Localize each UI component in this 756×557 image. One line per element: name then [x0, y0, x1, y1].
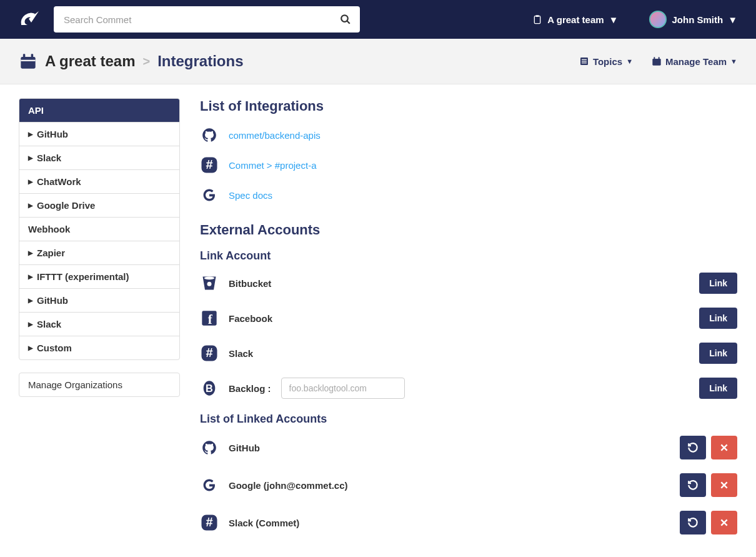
- sidebar-item-label: GitHub: [37, 295, 68, 306]
- breadcrumb-page: Integrations: [157, 53, 243, 70]
- integration-row: commet/backend-apis: [200, 126, 737, 144]
- search-icon[interactable]: [340, 14, 351, 25]
- chevron-down-icon: ▼: [609, 14, 619, 25]
- topics-link[interactable]: Topics ▼: [579, 56, 633, 67]
- sidebar: API▶GitHub▶Slack▶ChatWork▶Google DriveWe…: [19, 98, 180, 397]
- refresh-button[interactable]: [680, 473, 706, 497]
- link-account-row: fFacebookLink: [200, 308, 737, 329]
- subheader: A great team > Integrations Topics ▼ Man…: [0, 39, 756, 84]
- chevron-down-icon: ▼: [626, 58, 633, 65]
- sidebar-item-label: Slack: [37, 319, 61, 329]
- svg-text:#: #: [206, 515, 212, 529]
- triangle-right-icon: ▶: [28, 154, 33, 161]
- remove-button[interactable]: [711, 473, 737, 497]
- sidebar-item-webhook[interactable]: Webhook: [19, 218, 179, 241]
- backlog-icon: B: [200, 379, 219, 398]
- sidebar-item-label: ChatWork: [37, 176, 81, 187]
- link-button-backlog[interactable]: Link: [699, 378, 737, 399]
- linked-account-row: Google (john@commet.cc): [200, 473, 737, 497]
- manage-organizations-link[interactable]: Manage Organizations: [19, 373, 180, 397]
- sidebar-item-github[interactable]: ▶GitHub: [19, 123, 179, 146]
- svg-text:B: B: [206, 383, 213, 394]
- manage-team-label: Manage Team: [665, 56, 727, 67]
- svg-rect-10: [582, 61, 587, 61]
- remove-button[interactable]: [711, 511, 737, 534]
- triangle-right-icon: ▶: [28, 131, 33, 138]
- sidebar-item-label: API: [28, 105, 44, 116]
- sidebar-item-slack[interactable]: ▶Slack: [19, 313, 179, 336]
- svg-point-18: [204, 277, 214, 280]
- search-input[interactable]: [54, 6, 360, 33]
- github-icon: [200, 126, 219, 144]
- app-logo[interactable]: [19, 10, 41, 29]
- svg-point-0: [341, 15, 348, 22]
- refresh-button[interactable]: [680, 436, 706, 459]
- svg-line-1: [347, 21, 350, 24]
- linked-account-label: Google (john@commet.cc): [229, 480, 347, 491]
- sidebar-item-label: Google Drive: [37, 200, 95, 211]
- sidebar-item-slack[interactable]: ▶Slack: [19, 146, 179, 170]
- svg-text:f: f: [208, 312, 213, 327]
- sidebar-item-google-drive[interactable]: ▶Google Drive: [19, 194, 179, 218]
- triangle-right-icon: ▶: [28, 344, 33, 351]
- triangle-right-icon: ▶: [28, 178, 33, 185]
- integration-link[interactable]: Spec docs: [229, 190, 272, 201]
- sidebar-item-label: Webhook: [28, 224, 70, 234]
- svg-rect-3: [536, 15, 539, 17]
- sidebar-item-github[interactable]: ▶GitHub: [19, 289, 179, 313]
- triangle-right-icon: ▶: [28, 249, 33, 256]
- svg-rect-14: [659, 57, 660, 59]
- sidebar-list: API▶GitHub▶Slack▶ChatWork▶Google DriveWe…: [19, 98, 180, 360]
- external-accounts-title: External Accounts: [200, 222, 737, 238]
- backlog-label: Backlog :: [229, 383, 271, 394]
- sidebar-item-zapier[interactable]: ▶Zapier: [19, 241, 179, 265]
- team-switcher[interactable]: A great team ▼: [532, 14, 618, 25]
- user-name-label: John Smith: [672, 14, 723, 25]
- team-switcher-label: A great team: [547, 14, 604, 25]
- integration-link[interactable]: Commet > #project-a: [229, 160, 316, 171]
- sidebar-item-label: GitHub: [37, 129, 68, 139]
- clipboard-icon: [532, 14, 542, 24]
- avatar: [649, 11, 667, 28]
- backlog-domain-input[interactable]: [281, 378, 405, 399]
- triangle-right-icon: ▶: [28, 297, 33, 304]
- svg-rect-6: [31, 54, 34, 58]
- search-container: [54, 6, 360, 33]
- slack-icon: #: [200, 513, 219, 532]
- svg-rect-2: [535, 16, 540, 24]
- account-label: Slack: [229, 348, 253, 359]
- svg-rect-5: [23, 54, 26, 58]
- manage-team-link[interactable]: Manage Team ▼: [652, 56, 737, 67]
- chevron-down-icon: ▼: [730, 58, 737, 65]
- triangle-right-icon: ▶: [28, 273, 33, 280]
- svg-point-17: [207, 282, 212, 286]
- sidebar-item-ifttt-experimental-[interactable]: ▶IFTTT (experimental): [19, 265, 179, 289]
- calendar-icon: [19, 53, 37, 70]
- svg-text:#: #: [206, 346, 212, 359]
- integration-link[interactable]: commet/backend-apis: [229, 130, 321, 141]
- triangle-right-icon: ▶: [28, 202, 33, 209]
- link-button[interactable]: Link: [699, 273, 737, 294]
- link-button[interactable]: Link: [699, 343, 737, 364]
- sidebar-item-custom[interactable]: ▶Custom: [19, 336, 179, 359]
- remove-button[interactable]: [711, 436, 737, 459]
- slack-icon: #: [200, 156, 219, 174]
- linked-account-label: GitHub: [229, 443, 260, 453]
- topbar: A great team ▼ John Smith ▼: [0, 0, 756, 39]
- account-label: Bitbucket: [229, 278, 271, 289]
- linked-account-label: Slack (Commet): [229, 518, 299, 528]
- calendar-icon: [652, 56, 662, 66]
- sidebar-item-api[interactable]: API: [19, 99, 179, 123]
- sidebar-item-chatwork[interactable]: ▶ChatWork: [19, 170, 179, 194]
- refresh-button[interactable]: [680, 511, 706, 534]
- linked-accounts-title: List of Linked Accounts: [200, 413, 737, 426]
- user-menu[interactable]: John Smith ▼: [649, 11, 737, 28]
- linked-account-row: #Slack (Commet): [200, 511, 737, 534]
- breadcrumb-team[interactable]: A great team: [45, 53, 136, 70]
- main-container: API▶GitHub▶Slack▶ChatWork▶Google DriveWe…: [0, 84, 756, 557]
- slack-icon: #: [200, 344, 219, 363]
- list-integrations-title: List of Integrations: [200, 98, 737, 114]
- sidebar-item-label: Zapier: [37, 248, 65, 258]
- link-button[interactable]: Link: [699, 308, 737, 329]
- sidebar-item-label: Slack: [37, 153, 61, 163]
